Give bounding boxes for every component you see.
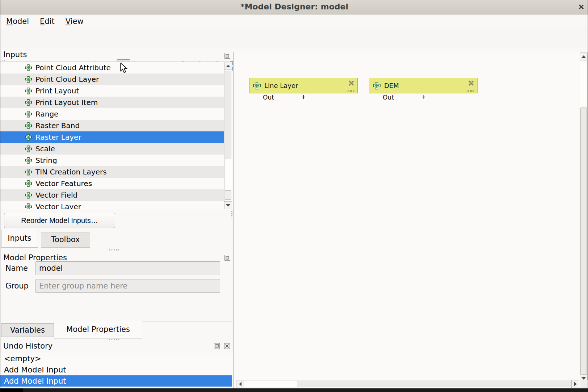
scrollbar-thumb[interactable] xyxy=(297,381,571,387)
down-arrow-icon xyxy=(226,204,230,207)
undo-history-item[interactable]: Add Model Input xyxy=(0,364,232,375)
ellipsis-icon[interactable] xyxy=(348,90,354,92)
undo-history-list: <empty> Add Model Input Add Model Input xyxy=(0,353,232,388)
parameter-icon xyxy=(373,82,381,89)
splitter-handle[interactable] xyxy=(109,339,120,340)
input-type-row[interactable]: Point Cloud Layer xyxy=(0,73,224,85)
undo-history-item[interactable]: <empty> xyxy=(0,353,232,364)
add-input-icon xyxy=(25,146,32,152)
menu-view[interactable]: View xyxy=(66,16,89,27)
node-out-label: Out xyxy=(263,94,274,101)
menu-edit[interactable]: Edit xyxy=(40,16,60,27)
tab-variables[interactable]: Variables xyxy=(1,323,54,337)
scrollbar-thumb[interactable] xyxy=(580,108,587,374)
add-input-icon xyxy=(25,203,32,210)
splitter-handle[interactable] xyxy=(109,249,120,250)
window-title: *Model Designer: model xyxy=(240,2,348,11)
remove-component-icon[interactable] xyxy=(348,80,354,86)
tab-inputs[interactable]: Inputs xyxy=(1,229,38,248)
expand-links-button[interactable]: + xyxy=(421,94,427,100)
titlebar[interactable]: *Model Designer: model xyxy=(0,0,588,14)
scrollbar-block xyxy=(225,190,231,200)
node-line-layer[interactable]: Line Layer xyxy=(249,78,358,93)
tabbar-line xyxy=(142,321,232,321)
input-type-row[interactable]: Range xyxy=(0,108,224,120)
add-input-icon xyxy=(25,111,32,118)
inputs-tree: Point Cloud Attribute Point Cloud Layer … xyxy=(0,62,232,209)
remove-component-icon[interactable] xyxy=(468,80,474,86)
input-type-row[interactable]: TIN Creation Layers xyxy=(0,166,224,178)
float-panel-button[interactable] xyxy=(224,53,230,59)
add-input-icon xyxy=(25,169,32,176)
up-arrow-icon xyxy=(581,55,586,58)
canvas-hscrollbar[interactable] xyxy=(236,380,579,388)
input-type-row[interactable]: String xyxy=(0,155,224,166)
menu-model[interactable]: Model xyxy=(6,16,34,27)
undo-history-title: Undo History xyxy=(3,342,52,350)
input-type-row[interactable]: Print Layout xyxy=(0,85,224,97)
model-name-input[interactable] xyxy=(35,261,220,275)
scroll-right-button[interactable] xyxy=(571,380,579,388)
name-label: Name xyxy=(5,264,28,273)
scroll-up-button[interactable] xyxy=(580,53,587,60)
scrollbar-thumb[interactable] xyxy=(225,71,231,159)
input-type-row[interactable]: Vector Features xyxy=(0,178,224,189)
add-input-icon xyxy=(25,76,32,83)
float-panel-button[interactable] xyxy=(214,343,220,349)
parameter-icon xyxy=(253,82,261,89)
input-type-row[interactable]: Scale xyxy=(0,143,224,155)
input-type-row[interactable]: Raster Band xyxy=(0,120,224,131)
group-label: Group xyxy=(5,282,29,290)
float-panel-button[interactable] xyxy=(224,255,230,261)
scroll-left-button[interactable] xyxy=(236,380,244,388)
input-type-row[interactable]: Vector Field xyxy=(0,189,224,201)
input-type-row[interactable]: Print Layout Item xyxy=(0,97,224,108)
add-input-icon xyxy=(25,180,32,187)
ellipsis-icon[interactable] xyxy=(467,90,474,92)
vertical-splitter-handle[interactable] xyxy=(231,211,232,220)
input-type-row-selected[interactable]: Raster Layer xyxy=(0,131,224,143)
scroll-up-button[interactable] xyxy=(224,62,232,70)
tab-model-properties[interactable]: Model Properties xyxy=(54,321,142,338)
add-input-icon xyxy=(25,99,32,106)
model-canvas[interactable]: Line Layer Out + DEM Out + xyxy=(233,52,588,388)
add-input-icon xyxy=(25,122,32,129)
node-title: DEM xyxy=(384,82,399,89)
node-out-label: Out xyxy=(383,94,394,101)
add-input-icon xyxy=(25,88,32,94)
input-type-row[interactable]: Point Cloud Attribute xyxy=(0,62,224,73)
reorder-model-inputs-button[interactable]: Reorder Model Inputs… xyxy=(4,213,115,228)
inputs-scrollbar[interactable] xyxy=(224,62,232,209)
menubar: Model Edit View xyxy=(0,14,588,28)
add-input-icon xyxy=(25,157,32,164)
left-arrow-icon xyxy=(239,382,242,386)
undo-history-item-selected[interactable]: Add Model Input xyxy=(0,375,232,387)
add-input-icon xyxy=(25,64,32,71)
node-dem[interactable]: DEM xyxy=(369,78,478,93)
model-group-input[interactable] xyxy=(35,279,220,293)
scroll-down-button[interactable] xyxy=(224,201,232,209)
node-title: Line Layer xyxy=(264,82,298,89)
canvas-vscrollbar[interactable] xyxy=(580,52,588,382)
down-arrow-icon xyxy=(581,377,586,380)
expand-links-button[interactable]: + xyxy=(301,94,307,100)
inputs-panel-title: Inputs xyxy=(3,50,27,59)
add-input-icon xyxy=(25,134,32,141)
close-window-icon[interactable] xyxy=(578,3,585,10)
close-panel-button[interactable] xyxy=(224,343,230,349)
right-arrow-icon xyxy=(574,382,577,386)
window-bottom-edge xyxy=(0,388,588,392)
model-designer-window: { "titlebar": { "title": "*Model Designe… xyxy=(0,0,588,392)
tab-toolbox[interactable]: Toolbox xyxy=(41,232,90,248)
add-input-icon xyxy=(25,192,32,199)
up-arrow-icon xyxy=(226,65,230,67)
input-type-row[interactable]: Vector Layer xyxy=(0,201,224,209)
scrollbar-corner xyxy=(580,380,588,388)
model-properties-title: Model Properties xyxy=(3,253,67,262)
toolbar: 1:1 xyxy=(0,28,588,48)
